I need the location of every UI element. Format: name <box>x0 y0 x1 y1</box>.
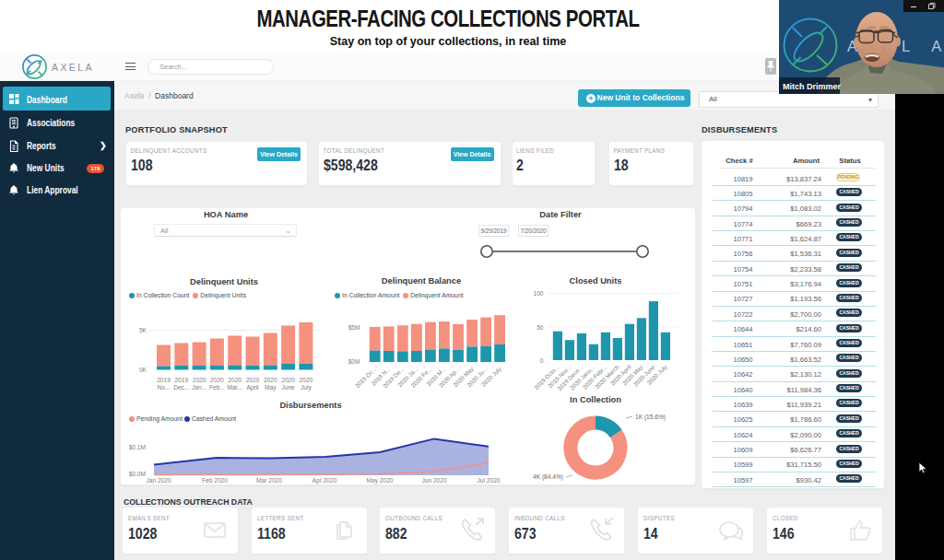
svg-text:Jan 2020: Jan 2020 <box>146 477 171 484</box>
svg-text:2020: 2020 <box>193 377 206 383</box>
svg-text:0: 0 <box>540 357 544 364</box>
svg-text:Apr 2020: Apr 2020 <box>313 477 337 484</box>
svg-text:2019: 2019 <box>174 377 188 383</box>
svg-text:Dec...: Dec... <box>173 384 189 391</box>
svg-text:No...: No... <box>158 384 171 391</box>
svg-text:Jun 2020: Jun 2020 <box>421 477 446 484</box>
svg-text:Feb...: Feb... <box>209 384 225 391</box>
svg-text:Jan...: Jan... <box>192 384 206 391</box>
svg-text:2020: 2020 <box>264 377 277 383</box>
svg-text:$5M: $5M <box>348 324 360 331</box>
svg-text:July: July <box>301 384 312 391</box>
svg-text:1K (15.6%): 1K (15.6%) <box>635 414 666 421</box>
svg-text:May 2020: May 2020 <box>367 477 394 484</box>
svg-text:April: April <box>246 384 259 391</box>
svg-text:$0M: $0M <box>348 358 360 365</box>
svg-text:2020: 2020 <box>246 377 260 383</box>
svg-text:5K: 5K <box>139 327 148 333</box>
svg-text:Mitch Drimmer: Mitch Drimmer <box>783 82 842 91</box>
svg-text:Jul 2020: Jul 2020 <box>478 477 501 484</box>
svg-text:2020: 2020 <box>281 377 295 383</box>
svg-text:L A: L A <box>902 38 944 54</box>
svg-text:2020: 2020 <box>228 377 242 383</box>
svg-text:Mar 2020: Mar 2020 <box>256 477 282 484</box>
svg-text:4K (84.4%): 4K (84.4%) <box>533 473 563 481</box>
svg-text:0K: 0K <box>139 367 148 373</box>
svg-text:100: 100 <box>533 290 543 297</box>
svg-text:May: May <box>265 384 277 391</box>
svg-text:2020: 2020 <box>210 377 224 383</box>
svg-text:$0.1M: $0.1M <box>129 444 146 450</box>
svg-text:2020: 2020 <box>300 377 313 383</box>
svg-text:$0.0M: $0.0M <box>129 471 146 477</box>
svg-text:Mar...: Mar... <box>227 384 242 391</box>
svg-text:Feb 2020: Feb 2020 <box>202 477 228 484</box>
svg-text:50: 50 <box>537 324 544 331</box>
svg-text:2019: 2019 <box>157 377 171 383</box>
svg-text:June: June <box>281 384 295 391</box>
